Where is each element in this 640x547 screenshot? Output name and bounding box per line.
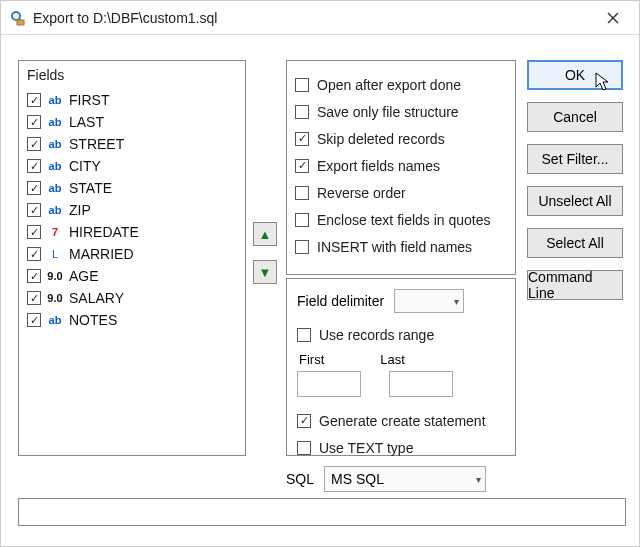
last-input[interactable] (389, 371, 453, 397)
status-bar (18, 498, 626, 526)
field-checkbox[interactable] (27, 159, 41, 173)
first-input[interactable] (297, 371, 361, 397)
field-row[interactable]: abSTATE (25, 177, 239, 199)
field-name: AGE (69, 268, 99, 284)
option-checkbox[interactable] (295, 105, 309, 119)
field-name: STREET (69, 136, 124, 152)
field-row[interactable]: abCITY (25, 155, 239, 177)
cancel-button[interactable]: Cancel (527, 102, 623, 132)
field-type-icon: ab (45, 136, 65, 152)
move-down-button[interactable]: ▼ (253, 260, 277, 284)
option-row: Open after export done (295, 71, 507, 98)
field-checkbox[interactable] (27, 269, 41, 283)
field-checkbox[interactable] (27, 181, 41, 195)
first-label: First (299, 352, 324, 367)
field-type-icon: 7 (45, 224, 65, 240)
app-icon (9, 9, 27, 27)
delimiter-panel: Field delimiter ▾ Use records range Firs… (286, 278, 516, 456)
field-checkbox[interactable] (27, 225, 41, 239)
field-row[interactable]: abNOTES (25, 309, 239, 331)
option-row: Export fields names (295, 152, 507, 179)
use-records-range-label: Use records range (319, 327, 434, 343)
field-name: CITY (69, 158, 101, 174)
option-label: Enclose text fields in quotes (317, 212, 491, 228)
field-checkbox[interactable] (27, 203, 41, 217)
option-row: Skip deleted records (295, 125, 507, 152)
field-row[interactable]: 9.0AGE (25, 265, 239, 287)
use-text-type-checkbox[interactable] (297, 441, 311, 455)
field-checkbox[interactable] (27, 137, 41, 151)
option-row: Save only file structure (295, 98, 507, 125)
option-label: Open after export done (317, 77, 461, 93)
field-row[interactable]: LMARRIED (25, 243, 239, 265)
field-name: SALARY (69, 290, 124, 306)
button-column: OK Cancel Set Filter... Unselect All Sel… (527, 60, 623, 312)
svg-point-0 (12, 12, 20, 20)
option-checkbox[interactable] (295, 159, 309, 173)
option-checkbox[interactable] (295, 78, 309, 92)
field-type-icon: L (45, 246, 65, 262)
field-type-icon: ab (45, 312, 65, 328)
field-checkbox[interactable] (27, 313, 41, 327)
field-delimiter-label: Field delimiter (297, 293, 384, 309)
generate-create-label: Generate create statement (319, 413, 486, 429)
field-delimiter-select[interactable]: ▾ (394, 289, 464, 313)
select-all-button[interactable]: Select All (527, 228, 623, 258)
move-up-button[interactable]: ▲ (253, 222, 277, 246)
reorder-controls: ▲ ▼ (253, 222, 279, 298)
option-row: Enclose text fields in quotes (295, 206, 507, 233)
field-checkbox[interactable] (27, 247, 41, 261)
field-row[interactable]: abFIRST (25, 89, 239, 111)
ok-button[interactable]: OK (527, 60, 623, 90)
field-type-icon: ab (45, 92, 65, 108)
fields-panel: Fields abFIRSTabLASTabSTREETabCITYabSTAT… (18, 60, 246, 456)
option-checkbox[interactable] (295, 132, 309, 146)
field-type-icon: 9.0 (45, 290, 65, 306)
field-name: HIREDATE (69, 224, 139, 240)
field-name: MARRIED (69, 246, 134, 262)
field-type-icon: ab (45, 114, 65, 130)
option-label: INSERT with field names (317, 239, 472, 255)
option-label: Save only file structure (317, 104, 459, 120)
field-name: ZIP (69, 202, 91, 218)
field-type-icon: ab (45, 158, 65, 174)
field-name: STATE (69, 180, 112, 196)
sql-dialect-select[interactable]: MS SQL▾ (324, 466, 486, 492)
option-checkbox[interactable] (295, 213, 309, 227)
field-checkbox[interactable] (27, 291, 41, 305)
field-type-icon: ab (45, 202, 65, 218)
option-label: Export fields names (317, 158, 440, 174)
generate-create-checkbox[interactable] (297, 414, 311, 428)
field-row[interactable]: 9.0SALARY (25, 287, 239, 309)
option-label: Skip deleted records (317, 131, 445, 147)
set-filter-button[interactable]: Set Filter... (527, 144, 623, 174)
chevron-down-icon: ▾ (454, 296, 459, 307)
field-type-icon: 9.0 (45, 268, 65, 284)
svg-rect-2 (17, 20, 24, 25)
field-name: FIRST (69, 92, 109, 108)
fields-title: Fields (27, 67, 239, 83)
use-text-type-label: Use TEXT type (319, 440, 413, 456)
option-label: Reverse order (317, 185, 406, 201)
field-row[interactable]: 7HIREDATE (25, 221, 239, 243)
close-button[interactable] (593, 4, 633, 32)
use-records-range-checkbox[interactable] (297, 328, 311, 342)
field-type-icon: ab (45, 180, 65, 196)
unselect-all-button[interactable]: Unselect All (527, 186, 623, 216)
field-checkbox[interactable] (27, 93, 41, 107)
command-line-button[interactable]: Command Line (527, 270, 623, 300)
option-checkbox[interactable] (295, 240, 309, 254)
field-row[interactable]: abZIP (25, 199, 239, 221)
sql-label: SQL (286, 471, 314, 487)
field-name: NOTES (69, 312, 117, 328)
field-name: LAST (69, 114, 104, 130)
sql-row: SQL MS SQL▾ (286, 466, 486, 492)
title-bar: Export to D:\DBF\custom1.sql (1, 1, 639, 35)
option-checkbox[interactable] (295, 186, 309, 200)
option-row: INSERT with field names (295, 233, 507, 260)
field-row[interactable]: abSTREET (25, 133, 239, 155)
field-row[interactable]: abLAST (25, 111, 239, 133)
chevron-down-icon: ▾ (476, 474, 481, 485)
field-checkbox[interactable] (27, 115, 41, 129)
window-title: Export to D:\DBF\custom1.sql (33, 10, 593, 26)
